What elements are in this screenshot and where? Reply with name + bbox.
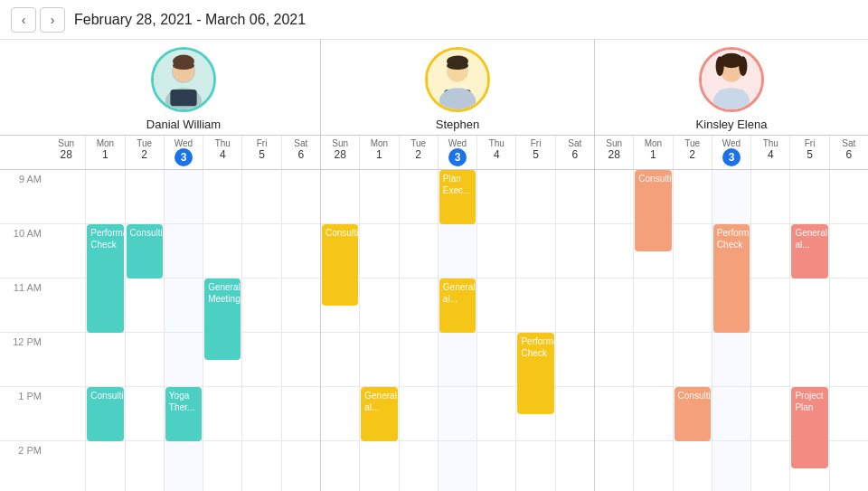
kinsley-col-mon: Consulting xyxy=(634,170,673,491)
kinsley-day-mon: Mon1 xyxy=(634,136,673,169)
stephen-col-thu xyxy=(477,170,516,491)
event-danial-perf-check[interactable]: Performance Check xyxy=(87,224,123,333)
stephen-day-fri: Fri5 xyxy=(516,136,555,169)
event-kinsley-project-plan[interactable]: Project Plan xyxy=(791,387,827,468)
event-kinsley-consulting-mon[interactable]: Consulting xyxy=(635,170,671,251)
person-name-stephen: Stephen xyxy=(436,118,479,131)
svg-point-10 xyxy=(447,61,468,70)
stephen-day-sun: Sun28 xyxy=(321,136,360,169)
time-10am: 10 AM xyxy=(0,224,47,279)
danial-col-sun xyxy=(47,170,86,491)
person-name-kinsley: Kinsley Elena xyxy=(696,118,768,131)
svg-point-16 xyxy=(716,56,724,76)
event-stephen-plan-exec[interactable]: Plan Exec... xyxy=(439,170,476,224)
kinsley-section: Consulting Consulting xyxy=(595,170,868,491)
time-column: 9 AM 10 AM 11 AM 12 PM 1 PM 2 PM 3 PM xyxy=(0,170,47,491)
danial-day-fri: Fri5 xyxy=(242,136,281,169)
svg-point-6 xyxy=(173,61,194,70)
stephen-col-mon: General al... xyxy=(360,170,399,491)
kinsley-col-sat xyxy=(830,170,868,491)
danial-day-wed: Wed3 xyxy=(165,136,203,169)
event-danial-general-meeting[interactable]: General Meeting xyxy=(204,279,241,360)
time-12pm: 12 PM xyxy=(0,333,47,387)
danial-day-tue: Tue2 xyxy=(126,136,165,169)
time-9am: 9 AM xyxy=(0,170,47,224)
prev-button[interactable]: ‹ xyxy=(11,7,36,33)
stephen-day-tue: Tue2 xyxy=(400,136,439,169)
persons-section: Danial William Stephen xyxy=(0,40,868,136)
danial-col-mon: Performance Check Consulting xyxy=(86,170,125,491)
person-block-danial: Danial William xyxy=(47,40,321,135)
person-block-stephen: Stephen xyxy=(321,40,595,135)
danial-col-thu: General Meeting xyxy=(203,170,242,491)
stephen-day-wed: Wed3 xyxy=(439,136,477,169)
danial-section: Performance Check Consulting Consulting xyxy=(47,170,321,491)
person-block-kinsley: Kinsley Elena xyxy=(595,40,868,135)
svg-point-17 xyxy=(739,56,747,76)
kinsley-day-wed: Wed3 xyxy=(712,136,751,169)
stephen-day-thu: Thu4 xyxy=(477,136,516,169)
stephen-col-fri: Performance Check xyxy=(516,170,555,491)
danial-day-sat: Sat6 xyxy=(282,136,320,169)
danial-day-thu: Thu4 xyxy=(203,136,242,169)
event-stephen-consulting[interactable]: Consulting xyxy=(322,224,358,306)
time-1pm: 1 PM xyxy=(0,387,47,441)
danial-col-sat xyxy=(282,170,320,491)
stephen-col-tue xyxy=(400,170,439,491)
event-danial-consulting-tue[interactable]: Consulting xyxy=(127,224,163,279)
kinsley-day-thu: Thu4 xyxy=(751,136,790,169)
next-button[interactable]: › xyxy=(40,7,65,33)
stephen-day-sat: Sat6 xyxy=(556,136,594,169)
event-stephen-general-mon[interactable]: General al... xyxy=(361,387,397,441)
calendar-container: Danial William Stephen xyxy=(0,40,868,491)
event-stephen-general-wed[interactable]: General al... xyxy=(439,279,476,333)
kinsley-col-tue: Consulting xyxy=(674,170,712,491)
grid-body: 9 AM 10 AM 11 AM 12 PM 1 PM 2 PM 3 PM xyxy=(0,170,868,491)
person-name-danial: Danial William xyxy=(146,118,221,131)
event-stephen-perf-fri[interactable]: Performance Check xyxy=(517,333,553,414)
kinsley-col-wed: Performance Check xyxy=(712,170,751,491)
kinsley-day-tue: Tue2 xyxy=(674,136,712,169)
stephen-col-sun: Consulting xyxy=(321,170,360,491)
svg-rect-3 xyxy=(170,90,196,106)
kinsley-col-thu xyxy=(751,170,790,491)
event-kinsley-perf-wed[interactable]: Performance Check xyxy=(713,224,750,333)
stephen-col-sat xyxy=(556,170,594,491)
event-danial-consulting-mon[interactable]: Consulting xyxy=(87,387,123,441)
kinsley-day-sat: Sat6 xyxy=(830,136,868,169)
days-header-row: Sun28 Mon1 Tue2 Wed3 Thu4 Fri5 S xyxy=(0,136,868,170)
kinsley-col-sun xyxy=(595,170,634,491)
stephen-section: Consulting General al... xyxy=(321,170,595,491)
kinsley-day-sun: Sun28 xyxy=(595,136,634,169)
time-2pm: 2 PM xyxy=(0,441,47,491)
stephen-col-wed: Plan Exec... General al... xyxy=(439,170,477,491)
event-kinsley-general-fri[interactable]: General al... xyxy=(791,224,827,279)
header: ‹ › February 28, 2021 - March 06, 2021 xyxy=(0,0,868,40)
danial-day-mon: Mon1 xyxy=(86,136,125,169)
event-danial-yoga[interactable]: Yoga Ther... xyxy=(165,387,202,441)
kinsley-day-fri: Fri5 xyxy=(790,136,829,169)
stephen-day-mon: Mon1 xyxy=(360,136,399,169)
danial-day-sun: Sun28 xyxy=(47,136,86,169)
event-kinsley-consulting-tue[interactable]: Consulting xyxy=(675,387,711,441)
danial-col-wed: Yoga Ther... xyxy=(165,170,203,491)
date-range: February 28, 2021 - March 06, 2021 xyxy=(74,12,306,28)
time-11am: 11 AM xyxy=(0,279,47,333)
kinsley-col-fri: General al... Project Plan xyxy=(790,170,829,491)
danial-col-tue: Consulting xyxy=(126,170,165,491)
danial-col-fri xyxy=(242,170,281,491)
